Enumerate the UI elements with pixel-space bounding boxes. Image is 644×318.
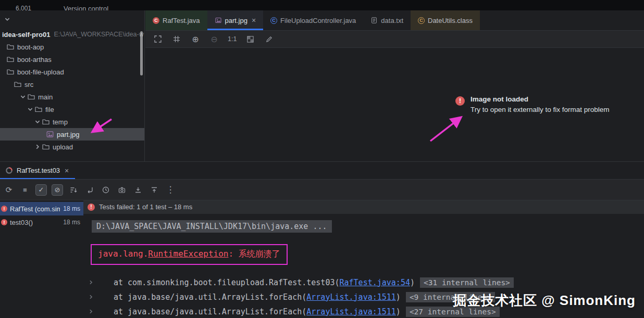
- run-tab-label: RafTest.test03: [17, 167, 60, 174]
- tree-item-src[interactable]: src: [0, 78, 144, 91]
- exception-class-link[interactable]: RuntimeException: [148, 249, 228, 259]
- tab-data-txt[interactable]: data.txt: [363, 10, 411, 30]
- tab-label: DateUtils.class: [428, 17, 473, 24]
- import-test-results-icon[interactable]: [132, 184, 144, 196]
- image-error-message: ! Image not loaded Try to open it extern…: [455, 95, 610, 113]
- tree-item-label: src: [24, 81, 33, 88]
- console-command-line: D:\JAVA_SPACE\JAVA_INSTALL\JDK17\bin\jav…: [92, 220, 644, 233]
- chevron-right-icon[interactable]: [34, 144, 41, 150]
- transparency-checkerboard-icon[interactable]: [245, 34, 255, 44]
- project-scrollbar[interactable]: [140, 31, 143, 75]
- close-tab-icon[interactable]: ×: [252, 16, 256, 24]
- fit-to-window-icon[interactable]: [153, 34, 163, 44]
- source-link[interactable]: RafTest.java:54: [339, 278, 410, 287]
- show-ignored-toggle[interactable]: ⊘: [52, 184, 63, 196]
- tree-item-label: boot-file-upload: [17, 68, 64, 76]
- test-tree-item-test03[interactable]: ! test03() 18 ms: [0, 215, 83, 229]
- folder-icon: [6, 55, 15, 63]
- test-tree-item-raftest[interactable]: ! RafTest (com.simon 18 ms: [0, 202, 83, 215]
- tree-item-boot-aop[interactable]: boot-aop: [0, 41, 144, 53]
- test-class-icon: C: [153, 17, 159, 24]
- more-options-icon[interactable]: ⋮: [165, 184, 176, 196]
- export-test-results-icon[interactable]: [148, 184, 160, 196]
- error-title: Image not loaded: [470, 95, 610, 103]
- chevron-down-icon[interactable]: [27, 106, 33, 112]
- chevron-down-icon[interactable]: [4, 16, 10, 22]
- zoom-in-icon[interactable]: ⊕: [190, 34, 201, 44]
- chevron-down-icon[interactable]: [34, 119, 41, 125]
- run-tab-raftest-test03[interactable]: RafTest.test03 ×: [0, 162, 75, 179]
- image-editor-canvas[interactable]: ! Image not loaded Try to open it extern…: [145, 48, 644, 161]
- tree-item-project-root[interactable]: idea-self-pro01 E:\JAVA_WORKSPACE\idea-w: [0, 28, 144, 41]
- test-failed-icon: !: [1, 206, 7, 212]
- command-line-text[interactable]: D:\JAVA_SPACE\JAVA_INSTALL\JDK17\bin\jav…: [92, 220, 332, 233]
- fold-arrow-icon[interactable]: [86, 294, 95, 300]
- zoom-out-icon[interactable]: ⊖: [209, 34, 219, 44]
- internal-lines-badge[interactable]: <31 internal lines>: [420, 277, 514, 288]
- folder-icon: [42, 143, 50, 151]
- stop-icon[interactable]: ■: [19, 184, 31, 196]
- tests-failed-icon: !: [88, 203, 95, 211]
- grid-icon[interactable]: [171, 34, 182, 44]
- class-file-icon: C: [418, 17, 425, 24]
- actual-size-label[interactable]: 1:1: [228, 35, 237, 43]
- test-failed-icon: !: [1, 219, 7, 225]
- frame-text: at com.simonking.boot.fileupload.RafTest…: [95, 278, 415, 287]
- tree-item-label: boot-arthas: [17, 56, 52, 63]
- sort-alphabetically-icon[interactable]: [68, 184, 79, 196]
- project-panel-header: [0, 10, 144, 28]
- close-run-tab-icon[interactable]: ×: [65, 167, 69, 175]
- editor-tab-bar: C RafTest.java part.jpg × C FileUploadCo…: [145, 10, 644, 30]
- tab-raftest-java[interactable]: C RafTest.java: [145, 10, 207, 30]
- folder-icon: [34, 105, 43, 113]
- titlebar-left-text: 6.001: [16, 5, 31, 10]
- project-root-name: idea-self-pro01: [2, 31, 50, 39]
- folder-icon: [42, 118, 50, 126]
- exception-prefix: java.lang.: [98, 249, 148, 259]
- rerun-icon[interactable]: ⟳: [3, 184, 15, 196]
- exception-message: 系统崩溃了: [239, 249, 280, 259]
- tree-item-file[interactable]: file: [0, 103, 144, 116]
- project-tool-window: idea-self-pro01 E:\JAVA_WORKSPACE\idea-w…: [0, 10, 145, 161]
- tree-item-label: part.jpg: [57, 131, 79, 138]
- tree-item-part-jpg[interactable]: part.jpg: [0, 128, 144, 141]
- tree-item-main[interactable]: main: [0, 91, 144, 103]
- source-link[interactable]: ArrayList.java:1511: [306, 307, 396, 316]
- junit-icon: [5, 167, 13, 174]
- show-passed-toggle[interactable]: ✓: [35, 184, 47, 196]
- edit-externally-icon[interactable]: [264, 34, 274, 44]
- tree-item-temp[interactable]: temp: [0, 116, 144, 128]
- folder-icon: [6, 68, 15, 76]
- tab-dateutils-class[interactable]: C DateUtils.class: [411, 10, 480, 30]
- frame-text: at java.base/java.util.ArrayList.forEach…: [95, 292, 401, 302]
- version-control-widget[interactable]: Version control: [64, 5, 108, 10]
- folder-icon: [27, 93, 35, 101]
- image-file-icon: [215, 17, 222, 24]
- tree-item-label: file: [45, 106, 54, 113]
- class-icon: C: [270, 17, 277, 24]
- tree-item-boot-file-upload[interactable]: boot-file-upload: [0, 66, 144, 78]
- fold-arrow-icon[interactable]: [86, 279, 95, 285]
- test-tree: ! RafTest (com.simon 18 ms ! test03() 18…: [0, 200, 83, 318]
- fold-arrow-icon[interactable]: [86, 309, 95, 314]
- test-history-icon[interactable]: [100, 184, 112, 196]
- tree-item-boot-arthas[interactable]: boot-arthas: [0, 53, 144, 66]
- main-window-header: 6.001 Version control: [0, 0, 644, 10]
- sort-by-duration-icon[interactable]: [84, 184, 95, 196]
- tab-part-jpg[interactable]: part.jpg ×: [207, 10, 264, 30]
- exception-highlight-box: java.lang.RuntimeException: 系统崩溃了: [91, 244, 288, 265]
- stack-frame: at com.simonking.boot.fileupload.RafTest…: [86, 275, 644, 290]
- tree-item-upload[interactable]: upload: [0, 141, 144, 153]
- folder-icon: [6, 43, 15, 51]
- tab-label: data.txt: [381, 17, 403, 24]
- project-root-path: E:\JAVA_WORKSPACE\idea-w: [54, 31, 143, 38]
- source-link[interactable]: ArrayList.java:1511: [306, 292, 396, 302]
- tests-failed-text: Tests failed: 1 of 1 test – 18 ms: [99, 203, 192, 211]
- error-description: Try to open it externally to fix format …: [470, 106, 610, 113]
- chevron-down-icon[interactable]: [20, 94, 26, 100]
- tab-fileuploadcontroller-java[interactable]: C FileUploadController.java: [263, 10, 363, 30]
- image-file-icon: [46, 130, 54, 138]
- error-icon: !: [455, 96, 465, 106]
- tree-item-label: upload: [53, 143, 73, 151]
- screenshot-icon[interactable]: [116, 184, 128, 196]
